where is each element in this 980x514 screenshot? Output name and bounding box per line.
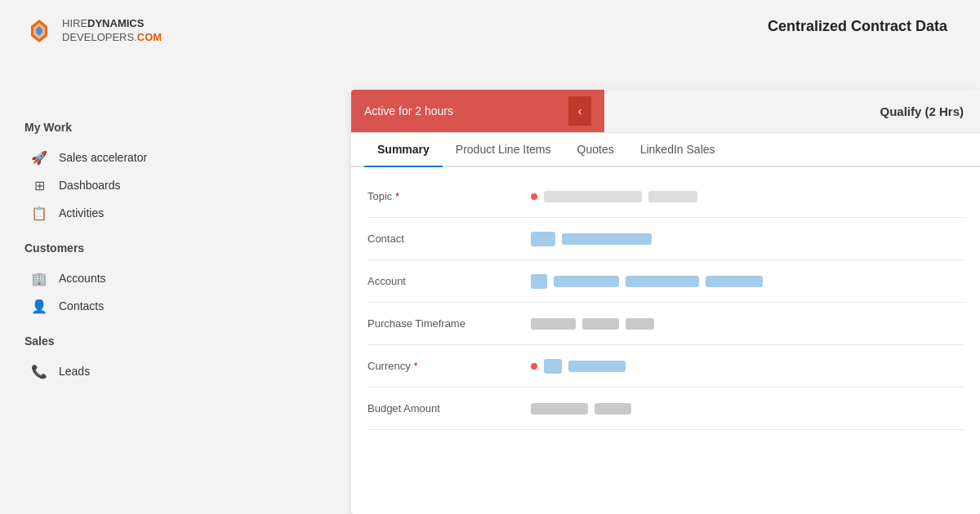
blurred-value bbox=[544, 191, 642, 202]
customers-section-title: Customers bbox=[24, 241, 318, 255]
required-dot bbox=[531, 363, 537, 370]
blurred-value bbox=[562, 233, 652, 245]
blurred-value bbox=[595, 403, 631, 414]
tab-summary[interactable]: Summary bbox=[364, 133, 443, 167]
blurred-value bbox=[531, 274, 547, 289]
leads-icon: 📞 bbox=[31, 363, 47, 379]
active-bar-wrapper: Active for 2 hours ‹ Qualify (2 Hrs) bbox=[351, 90, 980, 133]
field-label-contact: Contact bbox=[368, 233, 531, 245]
sidebar-item-dashboards[interactable]: ⊞ Dashboards bbox=[24, 171, 318, 199]
blurred-value bbox=[582, 318, 619, 330]
contacts-icon: 👤 bbox=[31, 298, 47, 314]
tabs-bar: Summary Product Line Items Quotes Linked… bbox=[351, 133, 980, 167]
sidebar-item-label: Dashboards bbox=[59, 179, 121, 192]
field-row-topic: Topic* bbox=[368, 175, 964, 218]
field-value-budget-amount[interactable] bbox=[531, 403, 964, 414]
field-row-budget-amount: Budget Amount bbox=[368, 388, 964, 430]
my-work-section-title: My Work bbox=[24, 121, 318, 134]
blurred-value bbox=[568, 361, 626, 372]
sidebar-item-label: Accounts bbox=[59, 272, 106, 285]
main-panel: Active for 2 hours ‹ Qualify (2 Hrs) Sum… bbox=[351, 90, 980, 514]
blurred-value bbox=[626, 276, 699, 287]
sidebar-item-sales-accelerator[interactable]: 🚀 Sales accelerator bbox=[24, 144, 318, 171]
blurred-value bbox=[531, 403, 588, 414]
tab-product-line-items[interactable]: Product Line Items bbox=[443, 133, 564, 167]
top-bar: HIREDYNAMICS DEVELOPERS.COM Centralized … bbox=[0, 0, 980, 90]
field-row-purchase-timeframe: Purchase Timeframe bbox=[368, 303, 964, 345]
field-value-currency[interactable] bbox=[531, 359, 964, 374]
field-row-currency: Currency* bbox=[368, 345, 964, 388]
logo-area: HIREDYNAMICS DEVELOPERS.COM bbox=[24, 16, 162, 46]
sidebar-item-accounts[interactable]: 🏢 Accounts bbox=[24, 264, 318, 292]
required-dot bbox=[531, 193, 537, 200]
field-row-account: Account bbox=[368, 260, 964, 303]
form-content: Topic* Contact Account bbox=[351, 167, 980, 514]
field-value-account[interactable] bbox=[531, 274, 964, 289]
sidebar-item-activities[interactable]: 📋 Activities bbox=[24, 199, 318, 227]
tab-quotes[interactable]: Quotes bbox=[564, 133, 627, 167]
sales-accelerator-icon: 🚀 bbox=[31, 149, 47, 166]
field-value-topic[interactable] bbox=[531, 191, 964, 202]
logo-icon bbox=[24, 16, 54, 46]
sidebar-item-leads[interactable]: 📞 Leads bbox=[24, 357, 318, 385]
logo-text: HIREDYNAMICS DEVELOPERS.COM bbox=[62, 17, 162, 45]
field-row-contact: Contact bbox=[368, 218, 964, 260]
blurred-value bbox=[554, 276, 619, 287]
chevron-button[interactable]: ‹ bbox=[568, 96, 591, 126]
blurred-value bbox=[626, 318, 654, 330]
sidebar-item-label: Activities bbox=[59, 206, 104, 219]
sales-section-title: Sales bbox=[24, 335, 318, 348]
sidebar-item-label: Leads bbox=[59, 365, 90, 378]
dashboards-icon: ⊞ bbox=[31, 177, 47, 193]
required-indicator: * bbox=[395, 191, 399, 202]
sidebar-item-contacts[interactable]: 👤 Contacts bbox=[24, 292, 318, 320]
sidebar: My Work 🚀 Sales accelerator ⊞ Dashboards… bbox=[0, 90, 343, 514]
sidebar-item-label: Contacts bbox=[59, 299, 104, 312]
blurred-value bbox=[531, 318, 576, 330]
sidebar-item-label: Sales accelerator bbox=[59, 151, 147, 164]
activities-icon: 📋 bbox=[31, 205, 47, 221]
qualify-section: Qualify (2 Hrs) bbox=[604, 104, 980, 118]
active-bar: Active for 2 hours ‹ bbox=[351, 90, 604, 132]
tab-linkedin-sales[interactable]: LinkedIn Sales bbox=[627, 133, 728, 167]
required-indicator: * bbox=[414, 361, 418, 372]
field-label-topic: Topic* bbox=[368, 190, 531, 202]
accounts-icon: 🏢 bbox=[31, 270, 47, 286]
blurred-value bbox=[706, 276, 763, 287]
field-value-purchase-timeframe[interactable] bbox=[531, 318, 964, 330]
blurred-value bbox=[648, 191, 697, 202]
top-right-title: Centralized Contract Data bbox=[768, 16, 947, 37]
field-label-account: Account bbox=[368, 275, 531, 287]
field-value-contact[interactable] bbox=[531, 232, 964, 246]
blurred-value bbox=[544, 359, 562, 374]
field-label-budget-amount: Budget Amount bbox=[368, 402, 531, 414]
active-bar-text: Active for 2 hours bbox=[364, 104, 453, 117]
blurred-value bbox=[531, 232, 555, 246]
field-label-currency: Currency* bbox=[368, 360, 531, 372]
field-label-purchase-timeframe: Purchase Timeframe bbox=[368, 317, 531, 330]
